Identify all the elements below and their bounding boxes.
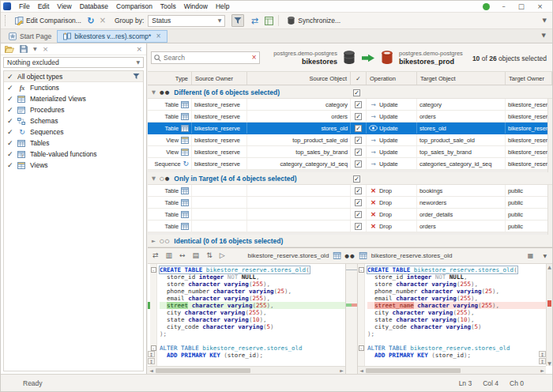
row-checkbox[interactable]: ✓ [355,211,362,218]
menu-view[interactable]: View [53,2,75,10]
group-header[interactable]: ▼○●Only in Target (4 of 4 objects select… [148,172,552,185]
menu-edit[interactable]: Edit [34,2,54,10]
exclude-filter-select[interactable]: Nothing excluded ▼ [3,57,144,68]
sql-line[interactable]: email character varying(255), [160,295,345,302]
operation-cell[interactable]: →Update [367,111,417,122]
comparison-row[interactable]: Tablebikestore_reserveorders✓→Updateorde… [148,111,552,122]
checkbox-checked-icon[interactable]: ✓ [7,161,14,169]
sql-line[interactable]: ALTER TABLE bikestore_reserve.stores_old [367,345,546,352]
checkbox-checked-icon[interactable]: ✓ [7,128,14,136]
group-header[interactable]: ▼●●Different (6 of 6 objects selected)✓ [148,86,552,99]
comparison-row[interactable]: Table✓×Droporderspublic [148,220,552,232]
checkbox-checked-icon[interactable]: ✓ [7,139,14,147]
comparison-row[interactable]: Viewbikestore_reservetop_sales_by_brand✓… [148,146,552,158]
save-filter-dropdown-icon[interactable]: ▼ [33,47,37,51]
panel-layout-icon[interactable]: ▦ [528,253,534,259]
edit-comparison-button[interactable]: Edit Comparison... [12,15,84,26]
row-checkbox[interactable]: ✓ [355,160,362,168]
operation-cell[interactable]: ×Drop [367,185,417,196]
synchronize-button[interactable]: Synchronize... [284,15,343,26]
comparison-row[interactable]: Tablebikestore_reservestores_old✓Updates… [148,122,552,134]
comparison-row[interactable]: Tablebikestore_reservecategory✓→Updateca… [148,99,552,111]
row-checkbox[interactable]: ✓ [355,149,362,156]
row-checkbox[interactable]: ✓ [355,113,362,120]
expand-icon[interactable]: ► [148,238,160,244]
search-input[interactable] [164,54,249,62]
cancel-button[interactable]: × [98,16,107,25]
right-vscrollbar[interactable]: ▲▼ [546,264,552,366]
checkbox-checked-icon[interactable]: ✓ [7,150,14,158]
row-checkbox[interactable]: ✓ [355,101,362,108]
report-button[interactable] [264,16,273,25]
save-script-icon[interactable]: ▤ [193,252,200,259]
row-checkbox[interactable]: ✓ [355,223,362,230]
toolbar-overflow-button[interactable]: ▼ [543,18,548,24]
row-checkbox[interactable]: ✓ [353,89,360,96]
object-type-sequences[interactable]: ✓ ↻ Sequences [4,126,143,138]
operation-cell[interactable]: Update [367,122,417,134]
sql-line[interactable]: phone_number character varying(25), [367,288,546,295]
menu-tools[interactable]: Tools [156,2,180,10]
row-checkbox[interactable]: ✓ [355,187,362,194]
checkbox-checked-icon[interactable]: ✓ [7,106,14,114]
sql-line[interactable]: CREATE TABLE bikestore_reserve.stores_ol… [160,266,345,273]
comparison-row[interactable]: Table✓×Droporder_detailspublic [148,209,552,220]
sql-line[interactable]: store_id integer NOT NULL, [160,273,345,281]
sql-line[interactable] [367,337,546,345]
save-filter-icon[interactable] [20,45,28,53]
menu-file[interactable]: File [15,2,34,10]
sql-line[interactable]: CREATE TABLE bikestore_reserve.stores_ol… [367,266,546,273]
group-by-select[interactable]: Status ▼ [148,15,225,27]
sql-line[interactable]: email character varying(255), [367,295,546,302]
sql-line[interactable]: ); [160,330,345,337]
open-filter-icon[interactable] [5,45,14,53]
object-type-all[interactable]: ✓ All object types [4,71,143,82]
sort-icon[interactable]: ⇅ [206,252,213,259]
line-numbers-icon[interactable]: ▥ [166,252,173,259]
filter-toggle-button[interactable] [231,14,244,27]
sql-line[interactable]: street_name character varying(255), [367,302,546,309]
column-header-target-owner[interactable]: Target Owner [506,72,552,85]
fold-marker[interactable]: - [358,266,364,273]
panel-options-icon[interactable]: ▼ [543,254,547,258]
diff-nav-buttons[interactable]: ↕↕ [148,351,155,365]
next-difference-icon[interactable]: ▷ [220,252,225,259]
object-type-table-valued-functions[interactable]: ✓ f Table-valued functions [4,149,143,160]
maximize-button[interactable]: □ [518,3,525,10]
row-checkbox[interactable]: ✓ [355,125,362,132]
checkbox-checked-icon[interactable]: ✓ [7,73,14,81]
tab-close-icon[interactable]: × [156,33,161,40]
column-header-checkbox[interactable]: ✓ [351,72,367,85]
swap-source-target-button[interactable]: ⇄ [250,16,259,25]
collapse-icon[interactable]: ▼ [148,175,160,182]
column-header-operation[interactable]: Operation [367,72,417,85]
sql-line[interactable]: city_code character varying(5) [367,323,546,330]
word-wrap-icon[interactable]: ↔ [179,252,186,259]
operation-cell[interactable]: →Update [367,134,417,145]
sql-line[interactable]: ); [367,330,546,337]
checkbox-checked-icon[interactable]: ✓ [7,84,14,92]
operation-cell[interactable]: ×Drop [367,209,417,220]
tab-start-page[interactable]: Start Page [3,30,57,43]
row-checkbox[interactable]: ✓ [353,175,360,183]
sql-line[interactable]: store_id integer NOT NULL, [367,273,546,281]
sql-line[interactable]: street character varying(255), [160,302,345,309]
checkbox-checked-icon[interactable]: ✓ [7,95,14,103]
comparison-row[interactable]: Sequence↻bikestore_reservecategory_categ… [148,158,552,170]
collapse-icon[interactable]: ▼ [148,89,160,96]
sql-line[interactable]: state character varying(10), [160,316,345,323]
operation-cell[interactable]: →Update [367,158,417,169]
comparison-row[interactable]: Table✓×Dropbookingspublic [148,185,552,197]
close-panel-icon[interactable]: × [136,46,142,53]
search-box[interactable]: × [151,51,260,64]
sql-line[interactable]: ALTER TABLE bikestore_reserve.stores_old [160,345,345,352]
sql-line[interactable]: store character varying(255), [367,281,546,288]
grid-scrollbar[interactable] [547,86,552,247]
left-hscrollbar[interactable]: ◄► [148,366,345,374]
operation-cell[interactable]: ×Drop [367,220,417,232]
sql-line[interactable]: ADD PRIMARY KEY (store_id); [160,352,345,359]
row-checkbox[interactable]: ✓ [355,137,362,144]
column-header-target-object[interactable]: Target Object [417,72,506,85]
minimize-button[interactable]: – [502,3,506,10]
right-code[interactable]: CREATE TABLE bikestore_reserve.stores_ol… [365,264,546,366]
